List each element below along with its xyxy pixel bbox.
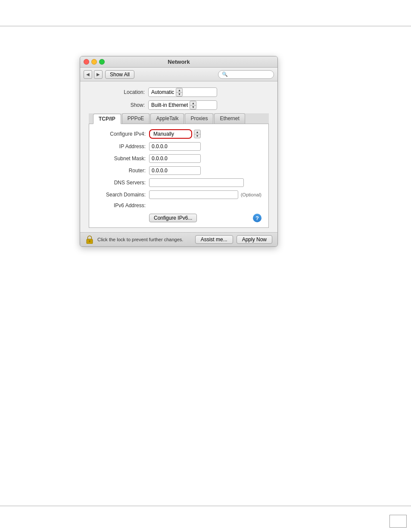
location-label: Location: bbox=[89, 89, 145, 95]
window-title: Network bbox=[168, 59, 190, 65]
show-value: Built-in Ethernet bbox=[151, 102, 188, 108]
tab-proxies[interactable]: Proxies bbox=[185, 113, 213, 124]
network-window: Network ◀ ▶ Show All 🔍 Location: Automat… bbox=[80, 56, 278, 247]
configure-ipv4-stepper-down[interactable]: ▼ bbox=[194, 134, 200, 138]
tcpip-panel: Configure IPv4: Manually ▲ ▼ IP Address: bbox=[89, 124, 269, 228]
bottom-bar: Click the lock to prevent further change… bbox=[80, 232, 277, 246]
subnet-mask-label: Subnet Mask: bbox=[96, 156, 146, 162]
search-box[interactable]: 🔍 bbox=[218, 70, 274, 79]
search-domains-row: Search Domains: (Optional) bbox=[96, 190, 262, 199]
router-label: Router: bbox=[96, 168, 146, 174]
show-stepper-up[interactable]: ▲ bbox=[190, 101, 196, 106]
toolbar: ◀ ▶ Show All 🔍 bbox=[80, 68, 277, 81]
ip-address-row: IP Address: bbox=[96, 142, 262, 151]
tab-appletalk[interactable]: AppleTalk bbox=[150, 113, 184, 124]
network-window-wrapper: Network ◀ ▶ Show All 🔍 Location: Automat… bbox=[80, 56, 278, 247]
top-rule bbox=[0, 26, 411, 26]
location-stepper-down[interactable]: ▼ bbox=[176, 93, 182, 96]
svg-rect-1 bbox=[89, 240, 90, 242]
ipv6-address-row: IPv6 Address: bbox=[96, 202, 262, 208]
router-row: Router: bbox=[96, 166, 262, 175]
help-button[interactable]: ? bbox=[253, 214, 262, 222]
content-area: Location: Automatic ▲ ▼ Show: Built-in E… bbox=[80, 81, 277, 232]
configure-ipv4-row: Configure IPv4: Manually ▲ ▼ bbox=[96, 129, 262, 139]
assist-me-button[interactable]: Assist me... bbox=[195, 235, 233, 244]
ip-address-input[interactable] bbox=[149, 142, 201, 151]
ipv6-address-label: IPv6 Address: bbox=[96, 202, 146, 208]
tab-bar: TCP/IP PPPoE AppleTalk Proxies Ethernet bbox=[89, 113, 269, 124]
location-stepper[interactable]: ▲ ▼ bbox=[176, 88, 183, 96]
tab-tcp-ip[interactable]: TCP/IP bbox=[93, 114, 121, 124]
location-select[interactable]: Automatic ▲ ▼ bbox=[148, 87, 217, 97]
configure-ipv6-button[interactable]: Configure IPv6... bbox=[149, 214, 197, 222]
configure-ipv4-stepper[interactable]: ▲ ▼ bbox=[194, 130, 201, 138]
subnet-mask-input[interactable] bbox=[149, 154, 201, 163]
forward-button[interactable]: ▶ bbox=[94, 70, 103, 79]
configure-ipv4-label: Configure IPv4: bbox=[96, 131, 146, 137]
tab-ethernet[interactable]: Ethernet bbox=[214, 113, 245, 124]
optional-label: (Optional) bbox=[241, 192, 262, 197]
dns-servers-label: DNS Servers: bbox=[96, 180, 146, 186]
location-value: Automatic bbox=[151, 89, 174, 95]
title-bar: Network bbox=[80, 56, 277, 68]
page-number-box bbox=[389, 515, 407, 528]
show-stepper[interactable]: ▲ ▼ bbox=[190, 101, 196, 109]
configure-ipv6-row: Configure IPv6... ? bbox=[96, 212, 262, 222]
configure-ipv4-select: Manually ▲ ▼ bbox=[149, 129, 201, 139]
configure-ipv4-stepper-up[interactable]: ▲ bbox=[194, 130, 200, 134]
back-button[interactable]: ◀ bbox=[84, 70, 92, 79]
lock-svg bbox=[86, 235, 93, 244]
show-select[interactable]: Built-in Ethernet ▲ ▼ bbox=[148, 100, 217, 110]
show-row: Show: Built-in Ethernet ▲ ▼ bbox=[89, 100, 269, 110]
minimize-button[interactable] bbox=[91, 59, 97, 65]
search-domains-input[interactable] bbox=[149, 190, 238, 199]
location-row: Location: Automatic ▲ ▼ bbox=[89, 87, 269, 97]
dns-servers-input[interactable] bbox=[149, 178, 244, 187]
bottom-rule bbox=[0, 506, 411, 506]
show-all-button[interactable]: Show All bbox=[105, 70, 134, 79]
configure-ipv4-value[interactable]: Manually bbox=[149, 129, 192, 139]
ip-address-label: IP Address: bbox=[96, 143, 146, 149]
close-button[interactable] bbox=[84, 59, 89, 65]
zoom-button[interactable] bbox=[99, 59, 105, 65]
traffic-lights bbox=[84, 59, 105, 65]
dns-servers-row: DNS Servers: bbox=[96, 178, 262, 187]
show-stepper-down[interactable]: ▼ bbox=[190, 106, 196, 109]
apply-now-button[interactable]: Apply Now bbox=[237, 235, 272, 244]
location-stepper-up[interactable]: ▲ bbox=[176, 88, 182, 93]
show-label: Show: bbox=[89, 102, 145, 108]
lock-icon[interactable] bbox=[85, 235, 94, 244]
router-input[interactable] bbox=[149, 166, 201, 175]
subnet-mask-row: Subnet Mask: bbox=[96, 154, 262, 163]
lock-message: Click the lock to prevent further change… bbox=[97, 237, 192, 242]
tab-pppoe[interactable]: PPPoE bbox=[122, 113, 150, 124]
search-icon: 🔍 bbox=[222, 72, 228, 77]
search-domains-label: Search Domains: bbox=[96, 192, 146, 198]
